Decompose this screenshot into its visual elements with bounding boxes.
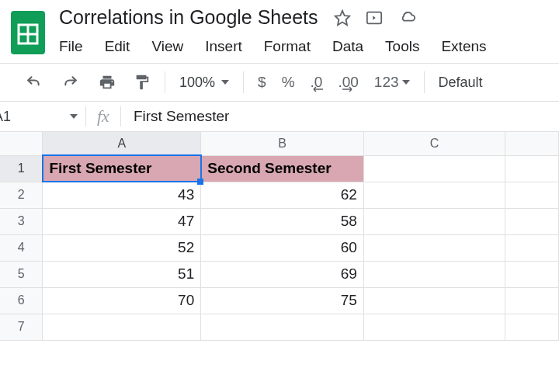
more-formats-dropdown[interactable]: 123 — [374, 74, 410, 91]
cell-A2[interactable]: 43 — [43, 182, 201, 208]
cell-B6[interactable]: 75 — [201, 287, 364, 314]
cell-C5[interactable] — [363, 261, 505, 287]
menu-view[interactable]: View — [151, 35, 194, 63]
fx-icon: fx — [86, 106, 120, 127]
menu-tools[interactable]: Tools — [385, 35, 430, 63]
cell-C6[interactable] — [363, 287, 505, 314]
font-family-dropdown[interactable]: Default — [439, 75, 483, 91]
cell-C3[interactable] — [363, 208, 505, 234]
chevron-down-icon — [402, 80, 410, 85]
format-percent-button[interactable]: % — [282, 74, 295, 91]
cell-A1-value: First Semester — [49, 160, 151, 176]
svg-marker-4 — [335, 10, 349, 24]
cell-D5[interactable] — [505, 261, 559, 287]
cell-D3[interactable] — [505, 208, 559, 234]
column-header-D[interactable] — [505, 132, 559, 155]
cell-B4[interactable]: 60 — [201, 234, 364, 261]
row-header-3[interactable]: 3 — [0, 208, 43, 234]
formula-input[interactable] — [134, 108, 559, 125]
cell-D2[interactable] — [505, 182, 559, 208]
cell-C4[interactable] — [363, 234, 505, 261]
cell-C7[interactable] — [363, 314, 505, 340]
cell-D4[interactable] — [505, 234, 559, 261]
cell-A5[interactable]: 51 — [43, 261, 201, 287]
format-currency-button[interactable]: $ — [258, 74, 266, 91]
menu-edit[interactable]: Edit — [105, 35, 141, 63]
cell-D1[interactable] — [505, 155, 559, 182]
paint-format-icon[interactable] — [134, 73, 151, 92]
menu-insert[interactable]: Insert — [205, 35, 253, 63]
menu-bar: File Edit View Insert Format Data Tools … — [59, 35, 559, 63]
row-header-5[interactable]: 5 — [0, 261, 43, 287]
move-icon[interactable] — [365, 9, 384, 26]
increase-decimal-button[interactable]: .00 — [338, 74, 358, 91]
print-icon[interactable] — [98, 74, 116, 91]
cell-A4[interactable]: 52 — [43, 234, 201, 261]
cell-D7[interactable] — [505, 314, 559, 340]
row-header-1[interactable]: 1 — [0, 155, 43, 182]
cell-B3[interactable]: 58 — [201, 208, 364, 234]
active-cell-ref: A1 — [0, 109, 11, 125]
menu-data[interactable]: Data — [332, 35, 374, 63]
column-header-A[interactable]: A — [43, 132, 201, 155]
cloud-status-icon[interactable] — [398, 9, 418, 26]
toolbar: 100% $ % .0 .00 123 Default — [0, 64, 559, 101]
sheets-logo-icon[interactable] — [11, 11, 45, 54]
zoom-value: 100% — [179, 75, 215, 91]
cell-A1[interactable]: First Semester — [43, 155, 201, 182]
document-title[interactable]: Correlations in Google Sheets — [59, 6, 318, 29]
cell-A6[interactable]: 70 — [43, 287, 201, 314]
redo-icon[interactable] — [61, 75, 81, 90]
chevron-down-icon — [70, 114, 78, 119]
cell-B7[interactable] — [201, 314, 364, 340]
cell-B5[interactable]: 69 — [201, 261, 364, 287]
star-icon[interactable] — [334, 9, 351, 26]
row-header-7[interactable]: 7 — [0, 314, 43, 340]
undo-icon[interactable] — [23, 75, 43, 90]
column-header-C[interactable]: C — [363, 132, 505, 155]
formula-bar: A1 fx — [0, 101, 559, 132]
cell-B1[interactable]: Second Semester — [201, 155, 364, 182]
more-formats-label: 123 — [374, 74, 399, 91]
cell-B2[interactable]: 62 — [201, 182, 364, 208]
row-header-6[interactable]: 6 — [0, 287, 43, 314]
cell-D6[interactable] — [505, 287, 559, 314]
cell-A7[interactable] — [43, 314, 201, 340]
select-all-corner[interactable] — [0, 132, 43, 155]
chevron-down-icon — [221, 80, 229, 85]
cell-C1[interactable] — [363, 155, 505, 182]
row-header-2[interactable]: 2 — [0, 182, 43, 208]
row-header-4[interactable]: 4 — [0, 234, 43, 261]
selection-handle[interactable] — [197, 179, 203, 185]
spreadsheet-grid[interactable]: A B C 1 First Semester Second Semester 2… — [0, 132, 559, 341]
decrease-decimal-button[interactable]: .0 — [311, 74, 323, 91]
menu-file[interactable]: File — [59, 35, 94, 63]
column-header-B[interactable]: B — [201, 132, 364, 155]
cell-C2[interactable] — [363, 182, 505, 208]
menu-format[interactable]: Format — [264, 35, 321, 63]
menu-extensions[interactable]: Extens — [441, 35, 497, 63]
zoom-dropdown[interactable]: 100% — [179, 75, 229, 91]
cell-A3[interactable]: 47 — [43, 208, 201, 234]
name-box[interactable]: A1 — [0, 109, 85, 125]
